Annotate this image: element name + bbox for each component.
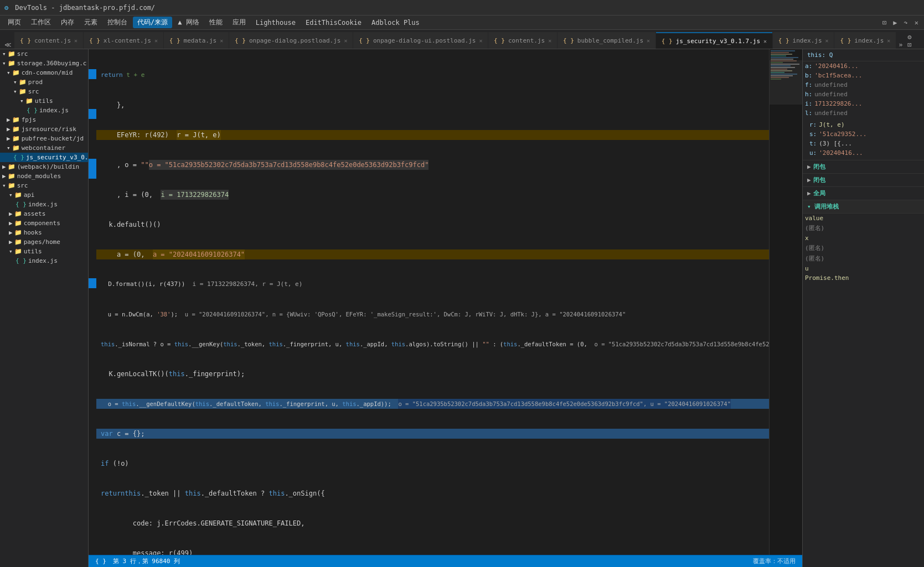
tree-label: src xyxy=(17,50,28,58)
tree-item-api[interactable]: ▾ 📁 api xyxy=(0,190,88,200)
menu-memory[interactable]: 内存 xyxy=(56,17,79,28)
code-line-13: var c = {}; xyxy=(96,429,769,439)
code-line-8: D.format()(i, r(437)) i = 1713229826374,… xyxy=(96,279,769,289)
tab-content-js-1[interactable]: { } content.js ✕ xyxy=(14,32,83,49)
tab-jssecurity[interactable]: { } js_security_v3_0.1.7.js ✕ xyxy=(656,32,772,49)
tree-item-indexjs2[interactable]: { } index.js xyxy=(0,200,88,209)
tree-item-prod[interactable]: ▾ 📁 prod xyxy=(0,77,88,87)
tab-close-1[interactable]: ✕ xyxy=(74,38,78,44)
code-line-6: k.default()() xyxy=(96,220,769,230)
tree-item-pages[interactable]: ▶ 📁 pages/home xyxy=(0,237,88,247)
callstack-anon-1[interactable]: (匿名) xyxy=(803,223,924,233)
menu-bar: 网页 工作区 内存 元素 控制台 代码/来源 ▲ 网络 性能 应用 Lighth… xyxy=(0,15,924,30)
tree-item-assets[interactable]: ▶ 📁 assets xyxy=(0,209,88,219)
tree-item-src3[interactable]: ▾ 📁 src xyxy=(0,181,88,190)
tab-label-5: onpage-dialog-ui.postload.js xyxy=(373,37,476,44)
file-icon: { } xyxy=(13,154,24,161)
menu-application[interactable]: 应用 xyxy=(228,17,250,28)
tab-onpage-postload[interactable]: { } onpage-dialog.postload.js ✕ xyxy=(229,32,353,49)
callstack-x[interactable]: x xyxy=(803,233,924,243)
menu-webpage[interactable]: 网页 xyxy=(3,17,25,28)
folder-icon: 📁 xyxy=(12,69,20,76)
play-button[interactable]: ▶ xyxy=(891,18,899,28)
tab-close-10[interactable]: ✕ xyxy=(887,38,890,44)
tree-item-indexjs1[interactable]: { } index.js xyxy=(0,106,88,115)
tab-label-7: bubble_compiled.js xyxy=(577,37,643,44)
tab-close-6[interactable]: ✕ xyxy=(548,38,551,44)
tab-close-7[interactable]: ✕ xyxy=(647,38,650,44)
menu-sources[interactable]: 代码/来源 xyxy=(133,17,172,28)
tab-close-4[interactable]: ✕ xyxy=(344,38,347,44)
tab-xlcontent[interactable]: { } xl-content.js ✕ xyxy=(84,32,163,49)
tree-item-src[interactable]: ▾ 📁 src xyxy=(0,49,88,59)
this-t-row: t: (3) [{... xyxy=(807,139,920,148)
code-editor[interactable]: return t + e }, EFeYR: r(492) r = J(t, e… xyxy=(96,49,769,555)
step-button[interactable]: ↷ xyxy=(902,18,910,28)
callstack-u[interactable]: u xyxy=(803,264,924,273)
folder-icon: 📁 xyxy=(8,60,16,67)
tab-close-5[interactable]: ✕ xyxy=(479,38,482,44)
global-label: 全局 xyxy=(813,189,825,197)
tab-close-9[interactable]: ✕ xyxy=(825,38,829,44)
tree-item-storage[interactable]: ▾ 📁 storage.360buyimg.c xyxy=(0,59,88,68)
tab-label-2: xl-content.js xyxy=(104,37,151,44)
tree-item-hooks[interactable]: ▶ 📁 hooks xyxy=(0,228,88,237)
menu-network[interactable]: ▲ 网络 xyxy=(173,17,203,28)
tree-label: api xyxy=(24,191,35,199)
tree-item-src2[interactable]: ▾ 📁 src xyxy=(0,87,88,96)
tree-item-jsresource[interactable]: ▶ 📁 jsresource/risk xyxy=(0,124,88,134)
tree-label: utils xyxy=(35,97,53,105)
tree-item-nodemodules[interactable]: ▶ 📁 node_modules xyxy=(0,171,88,181)
tab-bubble[interactable]: { } bubble_compiled.js ✕ xyxy=(558,32,655,49)
callstack-anon-3[interactable]: (匿名) xyxy=(803,253,924,264)
tree-label: jsresource/risk xyxy=(22,126,76,133)
tab-index-1[interactable]: { } index.js ✕ xyxy=(773,32,834,49)
tab-overflow[interactable]: » xyxy=(896,41,905,49)
tab-scroll-left[interactable]: ≪ xyxy=(2,41,14,49)
closure-2-label: 闭包 xyxy=(813,176,825,184)
closure-section-1[interactable]: ▶ 闭包 xyxy=(803,160,924,174)
file-icon: { } xyxy=(16,257,27,264)
menu-console[interactable]: 控制台 xyxy=(103,17,132,28)
tree-item-components[interactable]: ▶ 📁 components xyxy=(0,219,88,228)
tab-close-8[interactable]: ✕ xyxy=(763,38,767,44)
tree-item-utils[interactable]: ▾ 📁 utils xyxy=(0,96,88,106)
this-a-row: a: '20240416... xyxy=(803,61,924,71)
call-stack-header: ▾ 调用堆栈 xyxy=(803,200,924,214)
tab-settings[interactable]: ⚙ ⊡ xyxy=(905,33,922,49)
close-devtools[interactable]: ✕ xyxy=(912,18,921,28)
callstack-promise[interactable]: Promise.then xyxy=(803,273,924,283)
tree-item-fpjs[interactable]: ▶ 📁 fpjs xyxy=(0,115,88,124)
callstack-value[interactable]: value xyxy=(803,214,924,223)
tree-item-utils2[interactable]: ▾ 📁 utils xyxy=(0,247,88,256)
menu-editthiscookie[interactable]: EditThisCookie xyxy=(301,18,366,28)
file-icon: { } xyxy=(27,107,38,114)
tab-medata[interactable]: { } medata.js ✕ xyxy=(164,32,229,49)
tree-label: prod xyxy=(28,79,43,86)
callstack-anon-2[interactable]: (匿名) xyxy=(803,243,924,253)
tree-item-jssecurity[interactable]: { } js_security_v3_0. xyxy=(0,153,88,162)
tree-item-cdn[interactable]: ▾ 📁 cdn-common/mid xyxy=(0,68,88,77)
tab-content-js-2[interactable]: { } content.js ✕ xyxy=(488,32,557,49)
tree-label: storage.360buyimg.c xyxy=(17,60,87,67)
tree-item-webpack[interactable]: ▶ 📁 (webpack)/buildin xyxy=(0,162,88,171)
tab-close-2[interactable]: ✕ xyxy=(154,38,158,44)
tab-onpage-ui-postload[interactable]: { } onpage-dialog-ui.postload.js ✕ xyxy=(353,32,488,49)
menu-workspace[interactable]: 工作区 xyxy=(27,17,55,28)
menu-lighthouse[interactable]: Lighthouse xyxy=(251,18,300,28)
code-line-10: this._isNormal ? o = this.__genKey(this.… xyxy=(96,339,769,349)
closure-section-2[interactable]: ▶ 闭包 xyxy=(803,174,924,187)
tab-close-3[interactable]: ✕ xyxy=(220,38,223,44)
tab-index-2[interactable]: { } index.js ✕ xyxy=(834,32,896,49)
dock-button[interactable]: ⊡ xyxy=(880,18,889,28)
code-editor-wrapper: return t + e }, EFeYR: r(492) r = J(t, e… xyxy=(89,49,802,555)
tree-label: node_modules xyxy=(17,173,61,180)
tree-item-webcontainer[interactable]: ▾ 📁 webcontainer xyxy=(0,143,88,153)
menu-elements[interactable]: 元素 xyxy=(80,17,102,28)
menu-adblock[interactable]: Adblock Plus xyxy=(367,18,424,28)
tree-item-indexjs3[interactable]: { } index.js xyxy=(0,256,88,266)
menu-performance[interactable]: 性能 xyxy=(205,17,227,28)
tree-item-pubfree[interactable]: ▶ 📁 pubfree-bucket/jd xyxy=(0,134,88,143)
folder-icon: 📁 xyxy=(14,210,22,217)
global-section[interactable]: ▶ 全局 xyxy=(803,187,924,200)
